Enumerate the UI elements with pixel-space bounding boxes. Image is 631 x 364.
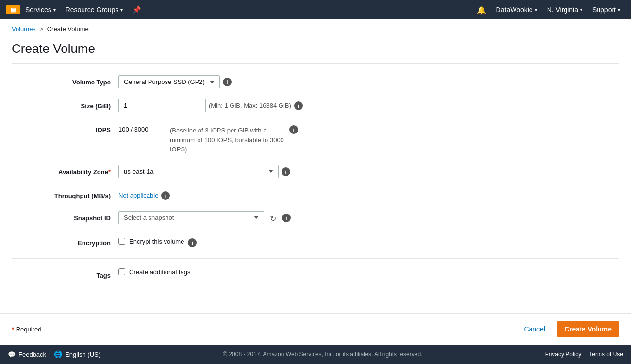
encrypt-label[interactable]: Encrypt this volume [129, 238, 184, 245]
az-label: Availability Zone* [12, 165, 118, 177]
pin-icon: 📌 [133, 6, 141, 14]
volume-type-select[interactable]: General Purpose SSD (GP2) Provisioned IO… [118, 75, 220, 88]
notifications-button[interactable]: 🔔 [472, 0, 491, 19]
svg-text:▣: ▣ [11, 7, 16, 13]
az-row: Availability Zone* us-east-1a us-east-1b… [12, 165, 619, 178]
az-required-star: * [108, 168, 111, 176]
size-label: Size (GiB) [12, 99, 118, 111]
user-chevron-icon: ▾ [535, 7, 537, 13]
main-content: Create Volume Volume Type General Purpos… [0, 34, 631, 313]
services-chevron-icon: ▾ [53, 7, 56, 13]
snapshot-info-icon[interactable]: i [282, 214, 291, 222]
snapshot-select[interactable]: Select a snapshot [118, 211, 264, 224]
tags-label: Tags [12, 268, 118, 280]
globe-icon: 🌐 [54, 350, 62, 358]
volume-type-control: General Purpose SSD (GP2) Provisioned IO… [118, 75, 619, 88]
feedback-section[interactable]: 💬 Feedback [8, 351, 46, 358]
tags-checkbox[interactable] [118, 268, 125, 275]
volume-type-label: Volume Type [12, 75, 118, 87]
footer-actions: * Required Cancel Create Volume [0, 313, 631, 345]
snapshot-control: Select a snapshot ↻ i [118, 211, 619, 225]
iops-control: 100 / 3000 (Baseline of 3 IOPS per GiB w… [118, 123, 619, 154]
feedback-bubble-icon: 💬 [8, 351, 16, 358]
encrypt-info-icon[interactable]: i [188, 238, 197, 247]
create-volume-button[interactable]: Create Volume [557, 321, 619, 337]
region-chevron-icon: ▾ [580, 7, 582, 13]
breadcrumb-volumes-link[interactable]: Volumes [12, 25, 36, 33]
tags-control: Create additional tags [118, 268, 619, 276]
volume-type-row: Volume Type General Purpose SSD (GP2) Pr… [12, 75, 619, 88]
snapshot-row: Snapshot ID Select a snapshot ↻ i [12, 211, 619, 225]
support-label: Support [592, 6, 616, 14]
encrypt-checkbox[interactable] [118, 238, 125, 245]
region-menu[interactable]: N. Virginia ▾ [542, 0, 587, 19]
section-divider [12, 258, 619, 259]
user-menu[interactable]: DataWookie ▾ [491, 0, 542, 19]
top-navigation: ▣ Services ▾ Resource Groups ▾ 📌 🔔 DataW… [0, 0, 631, 19]
support-menu[interactable]: Support ▾ [587, 0, 625, 19]
size-control: (Min: 1 GiB, Max: 16384 GiB) i [118, 99, 619, 112]
size-hint: (Min: 1 GiB, Max: 16384 GiB) [209, 99, 291, 109]
language-label: English (US) [65, 351, 100, 358]
bottom-bar: 💬 Feedback 🌐 English (US) © 2008 - 2017,… [0, 345, 631, 364]
privacy-policy-link[interactable]: Privacy Policy [545, 351, 581, 358]
encryption-control: Encrypt this volume i [118, 236, 619, 247]
pin-nav[interactable]: 📌 [128, 0, 146, 19]
encrypt-checkbox-row: Encrypt this volume i [118, 236, 197, 247]
snapshot-label: Snapshot ID [12, 211, 118, 223]
snapshot-refresh-button[interactable]: ↻ [267, 212, 279, 225]
iops-row: IOPS 100 / 3000 (Baseline of 3 IOPS per … [12, 123, 619, 154]
resource-groups-chevron-icon: ▾ [120, 7, 123, 13]
breadcrumb: Volumes > Create Volume [12, 25, 619, 33]
az-select[interactable]: us-east-1a us-east-1b us-east-1c us-east… [118, 165, 279, 178]
breadcrumb-separator: > [40, 25, 44, 33]
support-chevron-icon: ▾ [618, 7, 620, 13]
iops-label: IOPS [12, 123, 118, 134]
actions-right: Cancel Create Volume [518, 321, 619, 337]
services-label: Services [25, 6, 51, 14]
size-input[interactable] [118, 99, 206, 112]
az-label-text: Availability Zone [58, 168, 108, 176]
throughput-row: Throughput (MB/s) Not applicable i [12, 189, 619, 200]
copyright-text: © 2008 - 2017, Amazon Web Services, Inc.… [100, 351, 545, 358]
resource-groups-label: Resource Groups [66, 6, 119, 14]
required-text: Required [16, 326, 42, 333]
region-label: N. Virginia [547, 6, 578, 14]
refresh-icon: ↻ [270, 214, 276, 223]
terms-of-use-link[interactable]: Terms of Use [589, 351, 623, 358]
services-nav[interactable]: Services ▾ [20, 0, 61, 19]
size-row: Size (GiB) (Min: 1 GiB, Max: 16384 GiB) … [12, 99, 619, 112]
language-section[interactable]: 🌐 English (US) [54, 350, 100, 358]
required-star: * [12, 326, 14, 333]
iops-value: 100 / 3000 [118, 123, 167, 133]
tags-add-label[interactable]: Create additional tags [129, 268, 190, 276]
az-control: us-east-1a us-east-1b us-east-1c us-east… [118, 165, 619, 178]
encryption-row: Encryption Encrypt this volume i [12, 236, 619, 248]
throughput-info-icon[interactable]: i [161, 191, 170, 200]
breadcrumb-area: Volumes > Create Volume [0, 19, 631, 34]
throughput-label: Throughput (MB/s) [12, 189, 118, 200]
throughput-control: Not applicable i [118, 189, 619, 200]
tags-row: Tags Create additional tags [12, 268, 619, 280]
feedback-label: Feedback [18, 351, 46, 358]
resource-groups-nav[interactable]: Resource Groups ▾ [61, 0, 128, 19]
page-title: Create Volume [12, 34, 619, 64]
iops-info-icon[interactable]: i [289, 125, 298, 134]
cancel-button[interactable]: Cancel [518, 322, 551, 336]
az-info-icon[interactable]: i [282, 167, 290, 176]
aws-logo: ▣ [6, 2, 20, 17]
bottom-links: Privacy Policy Terms of Use [545, 351, 623, 358]
size-info-icon[interactable]: i [294, 101, 303, 110]
required-note: * Required [12, 326, 41, 333]
breadcrumb-current: Create Volume [47, 25, 89, 33]
iops-description: (Baseline of 3 IOPS per GiB with a minim… [170, 123, 286, 154]
tags-checkbox-row: Create additional tags [118, 268, 190, 276]
throughput-value: Not applicable [118, 189, 158, 199]
user-label: DataWookie [496, 6, 533, 14]
volume-type-info-icon[interactable]: i [223, 78, 232, 86]
encryption-label: Encryption [12, 236, 118, 248]
bell-icon: 🔔 [477, 5, 486, 15]
